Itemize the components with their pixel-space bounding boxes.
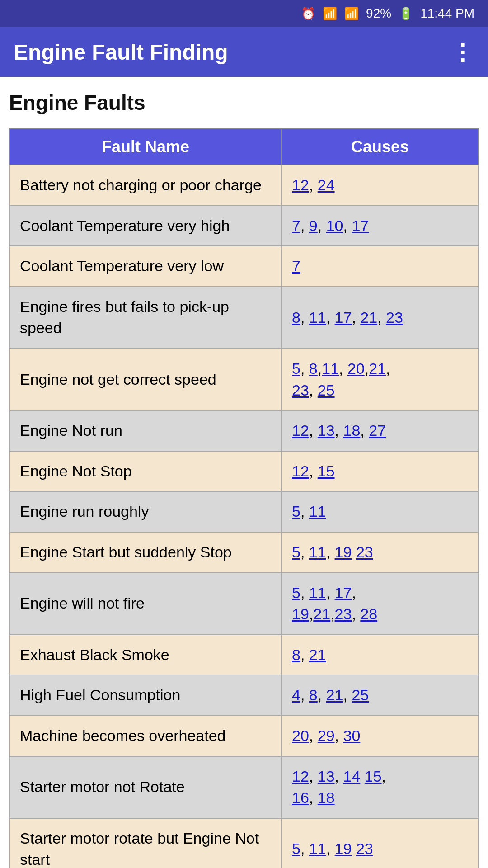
table-row: High Fuel Consumption4, 8, 21, 25 [9, 675, 479, 716]
fault-name-cell: Engine Not Stop [9, 451, 282, 492]
battery-text: 92% [366, 6, 391, 21]
cause-link[interactable]: 21 [369, 360, 386, 377]
cause-link[interactable]: 15 [318, 462, 335, 480]
cause-link[interactable]: 23 [386, 309, 403, 326]
table-row: Engine run roughly5, 11 [9, 491, 479, 532]
table-row: Coolant Temperature very high7, 9, 10, 1… [9, 206, 479, 246]
table-row: Engine will not fire5, 11, 17,19,21,23, … [9, 573, 479, 635]
causes-cell: 8, 11, 17, 21, 23 [282, 287, 479, 349]
cause-link[interactable]: 21 [313, 605, 330, 623]
cause-link[interactable]: 29 [318, 727, 335, 744]
cause-link[interactable]: 15 [365, 768, 382, 785]
signal-icon: 📶 [344, 7, 359, 21]
cause-link[interactable]: 5 [292, 503, 300, 520]
cause-link[interactable]: 16 [292, 789, 309, 806]
cause-link[interactable]: 11 [309, 543, 326, 561]
causes-cell: 8, 21 [282, 635, 479, 675]
table-row: Engine Not Stop12, 15 [9, 451, 479, 492]
table-row: Engine not get correct speed5, 8,11, 20,… [9, 349, 479, 410]
cause-link[interactable]: 21 [309, 646, 326, 663]
cause-link[interactable]: 20 [347, 360, 365, 377]
causes-cell: 12, 15 [282, 451, 479, 492]
cause-link[interactable]: 11 [309, 503, 326, 520]
status-bar: ⏰ 📶 📶 92% 🔋 11:44 PM [0, 0, 488, 27]
cause-link[interactable]: 17 [335, 584, 352, 601]
cause-link[interactable]: 24 [318, 176, 335, 193]
cause-link[interactable]: 8 [292, 646, 300, 663]
cause-link[interactable]: 10 [326, 217, 343, 234]
cause-link[interactable]: 7 [292, 217, 300, 234]
fault-name-cell: Engine not get correct speed [9, 349, 282, 410]
cause-link[interactable]: 19 [335, 840, 352, 857]
cause-link[interactable]: 23 [356, 543, 373, 561]
fault-name-cell: Engine Not run [9, 410, 282, 451]
cause-link[interactable]: 23 [292, 382, 309, 399]
overflow-menu-button[interactable]: ⋮ [451, 39, 474, 65]
cause-link[interactable]: 17 [352, 217, 369, 234]
fault-name-cell: Engine will not fire [9, 573, 282, 635]
cause-link[interactable]: 25 [318, 382, 335, 399]
cause-link[interactable]: 8 [292, 309, 300, 326]
fault-name-cell: Exhaust Black Smoke [9, 635, 282, 675]
col-header-fault: Fault Name [9, 129, 282, 165]
fault-table: Fault Name Causes Battery not charging o… [9, 128, 479, 868]
main-content: Engine Faults Fault Name Causes Battery … [0, 77, 488, 868]
cause-link[interactable]: 23 [356, 840, 373, 857]
causes-cell: 7, 9, 10, 17 [282, 206, 479, 246]
cause-link[interactable]: 5 [292, 360, 300, 377]
causes-cell: 5, 11, 17,19,21,23, 28 [282, 573, 479, 635]
causes-cell: 4, 8, 21, 25 [282, 675, 479, 716]
cause-link[interactable]: 5 [292, 840, 300, 857]
cause-link[interactable]: 12 [292, 176, 309, 193]
cause-link[interactable]: 19 [292, 605, 309, 623]
cause-link[interactable]: 21 [360, 309, 377, 326]
table-row: Coolant Temperature very low7 [9, 246, 479, 287]
cause-link[interactable]: 7 [292, 257, 300, 274]
cause-link[interactable]: 20 [292, 727, 309, 744]
cause-link[interactable]: 4 [292, 686, 300, 703]
time-text: 11:44 PM [420, 6, 474, 21]
cause-link[interactable]: 14 [343, 768, 361, 785]
cause-link[interactable]: 12 [292, 768, 309, 785]
fault-name-cell: Coolant Temperature very high [9, 206, 282, 246]
cause-link[interactable]: 18 [343, 422, 361, 439]
cause-link[interactable]: 28 [360, 605, 377, 623]
cause-link[interactable]: 11 [309, 584, 326, 601]
table-row: Starter motor not Rotate12, 13, 14 15,16… [9, 756, 479, 818]
table-row: Engine fires but fails to pick-up speed8… [9, 287, 479, 349]
cause-link[interactable]: 18 [318, 789, 335, 806]
cause-link[interactable]: 11 [322, 360, 339, 377]
cause-link[interactable]: 21 [326, 686, 343, 703]
alarm-icon: ⏰ [301, 7, 315, 21]
cause-link[interactable]: 25 [352, 686, 369, 703]
cause-link[interactable]: 27 [369, 422, 386, 439]
causes-cell: 7 [282, 246, 479, 287]
cause-link[interactable]: 8 [309, 686, 318, 703]
cause-link[interactable]: 19 [335, 543, 352, 561]
fault-name-cell: Engine fires but fails to pick-up speed [9, 287, 282, 349]
cause-link[interactable]: 11 [309, 840, 326, 857]
cause-link[interactable]: 30 [343, 727, 361, 744]
table-row: Machine becomes overheated20, 29, 30 [9, 716, 479, 756]
cause-link[interactable]: 8 [309, 360, 318, 377]
cause-link[interactable]: 5 [292, 543, 300, 561]
table-row: Starter motor rotate but Engine Not star… [9, 818, 479, 868]
cause-link[interactable]: 12 [292, 422, 309, 439]
causes-cell: 5, 11, 19 23 [282, 532, 479, 573]
cause-link[interactable]: 23 [335, 605, 352, 623]
cause-link[interactable]: 13 [318, 422, 335, 439]
causes-cell: 5, 8,11, 20,21,23, 25 [282, 349, 479, 410]
cause-link[interactable]: 17 [335, 309, 352, 326]
cause-link[interactable]: 12 [292, 462, 309, 480]
cause-link[interactable]: 5 [292, 584, 300, 601]
cause-link[interactable]: 9 [309, 217, 318, 234]
causes-cell: 12, 13, 18, 27 [282, 410, 479, 451]
fault-name-cell: Starter motor rotate but Engine Not star… [9, 818, 282, 868]
fault-name-cell: Engine run roughly [9, 491, 282, 532]
fault-name-cell: Coolant Temperature very low [9, 246, 282, 287]
cause-link[interactable]: 11 [309, 309, 326, 326]
cause-link[interactable]: 13 [318, 768, 335, 785]
causes-cell: 12, 24 [282, 165, 479, 206]
battery-icon: 🔋 [399, 7, 413, 21]
causes-cell: 12, 13, 14 15,16, 18 [282, 756, 479, 818]
